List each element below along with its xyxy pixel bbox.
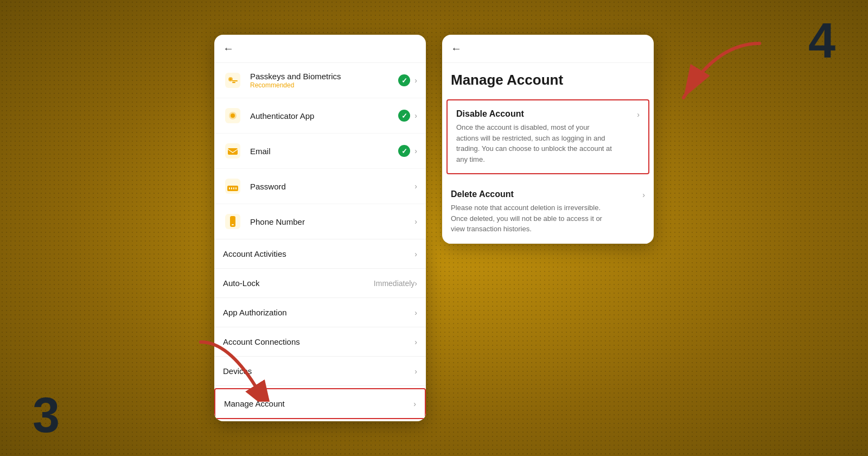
step-number-4: 4 — [808, 16, 835, 65]
email-content: Email — [250, 147, 398, 156]
step-number-3: 3 — [33, 391, 60, 440]
right-panel: ← Manage Account Disable Account Once th… — [442, 35, 654, 244]
devices-chevron: › — [414, 367, 417, 376]
email-check — [398, 145, 410, 157]
app-authorization-label: App Authorization — [223, 308, 414, 317]
authenticator-chevron: › — [414, 111, 417, 120]
email-title: Email — [250, 147, 398, 156]
authenticator-title: Authenticator App — [250, 111, 398, 121]
phone-title: Phone Number — [250, 217, 414, 226]
left-panel-header: ← — [214, 35, 426, 63]
arrow-4 — [662, 33, 770, 114]
phone-content: Phone Number — [250, 217, 414, 226]
delete-account-content: Delete Account Please note that account … — [451, 189, 642, 235]
phone-chevron: › — [414, 217, 417, 226]
authenticator-right: › — [398, 110, 417, 122]
passkeys-right: › — [398, 74, 417, 86]
passkeys-title: Passkeys and Biometrics — [250, 72, 398, 81]
right-panel-title: Manage Account — [442, 63, 654, 95]
svg-rect-18 — [232, 224, 234, 225]
password-right: › — [414, 182, 417, 191]
password-content: Password — [250, 182, 414, 191]
passkeys-icon — [223, 71, 242, 90]
svg-rect-15 — [235, 187, 237, 189]
disable-account-item[interactable]: Disable Account Once the account is disa… — [446, 99, 649, 174]
account-activities-item[interactable]: Account Activities › — [214, 239, 426, 269]
passkeys-subtitle: Recommended — [250, 81, 398, 89]
account-activities-label: Account Activities — [223, 249, 414, 258]
auto-lock-label: Auto-Lock — [223, 278, 374, 288]
svg-rect-13 — [231, 187, 232, 189]
password-icon — [223, 176, 242, 196]
left-back-button[interactable]: ← — [223, 42, 234, 55]
phone-icon — [223, 212, 242, 231]
auto-lock-chevron: › — [414, 279, 417, 288]
email-item[interactable]: Email › — [214, 134, 426, 169]
disable-account-content: Disable Account Once the account is disa… — [456, 109, 637, 164]
security-section: Passkeys and Biometrics Recommended › — [214, 63, 426, 239]
delete-account-chevron: › — [642, 191, 645, 199]
manage-account-chevron: › — [413, 400, 416, 408]
disable-account-chevron: › — [637, 110, 640, 119]
password-item[interactable]: Password › — [214, 169, 426, 204]
right-back-button[interactable]: ← — [451, 42, 462, 54]
delete-account-title: Delete Account — [451, 189, 642, 199]
svg-point-7 — [231, 113, 235, 118]
authenticator-check — [398, 110, 410, 122]
delete-account-item[interactable]: Delete Account Please note that account … — [442, 181, 654, 244]
passkeys-check — [398, 74, 410, 86]
password-title: Password — [250, 182, 414, 191]
svg-rect-12 — [229, 187, 230, 189]
account-activities-chevron: › — [414, 250, 417, 258]
auto-lock-item[interactable]: Auto-Lock Immediately › — [214, 269, 426, 298]
app-authorization-chevron: › — [414, 308, 417, 317]
account-connections-chevron: › — [414, 338, 417, 346]
right-panel-header: ← — [442, 35, 654, 63]
auto-lock-value: Immediately — [374, 279, 414, 288]
email-chevron: › — [414, 147, 417, 155]
delete-account-desc: Please note that account deletion is irr… — [451, 202, 608, 235]
authenticator-content: Authenticator App — [250, 111, 398, 121]
passkeys-item[interactable]: Passkeys and Biometrics Recommended › — [214, 63, 426, 98]
arrow-3 — [195, 337, 282, 402]
authenticator-icon — [223, 106, 242, 125]
svg-rect-14 — [233, 187, 234, 189]
password-chevron: › — [414, 182, 417, 191]
svg-rect-9 — [228, 148, 238, 155]
disable-account-title: Disable Account — [456, 109, 637, 119]
phone-right: › — [414, 217, 417, 226]
svg-rect-2 — [232, 80, 238, 81]
email-right: › — [398, 145, 417, 157]
email-icon — [223, 141, 242, 161]
authenticator-item[interactable]: Authenticator App › — [214, 98, 426, 134]
phone-item[interactable]: Phone Number › — [214, 204, 426, 239]
passkeys-content: Passkeys and Biometrics Recommended — [250, 72, 398, 89]
svg-rect-3 — [232, 82, 235, 83]
app-authorization-item[interactable]: App Authorization › — [214, 298, 426, 327]
svg-point-4 — [229, 78, 232, 80]
passkeys-chevron: › — [414, 76, 417, 85]
disable-account-desc: Once the account is disabled, most of yo… — [456, 122, 614, 164]
